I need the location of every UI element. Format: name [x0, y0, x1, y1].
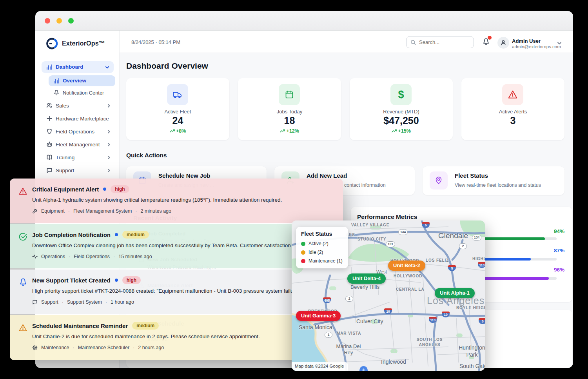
stat-value: 24 [126, 115, 229, 126]
stat-label: Active Fleet [126, 109, 229, 115]
map-unit-marker[interactable]: Unit Delta-4 [347, 273, 386, 284]
stat-trend: +8% [126, 128, 229, 134]
notification-card-critical[interactable]: Critical Equipment Alert high Unit Alpha… [10, 179, 343, 223]
notification-desc: Unit Alpha-1 hydraulic system showing cr… [32, 197, 338, 203]
sidebar-item-label: Notification Center [63, 90, 104, 96]
unread-dot [115, 279, 118, 282]
notification-title: Critical Equipment Alert [32, 186, 99, 193]
map-place-label: Marina Del Rey [336, 343, 361, 356]
notification-meta: Maintenance· Maintenance Scheduler· 2 ho… [32, 345, 164, 350]
map-place-label: VALLEY VILLAGE [351, 223, 389, 227]
quick-action-desc: View real-time fleet locations and statu… [455, 182, 541, 188]
unread-dot [115, 233, 118, 236]
interstate-shield: 10 [384, 308, 392, 314]
calendar-icon [279, 84, 300, 105]
stat-value: $47,250 [350, 115, 453, 126]
bar-chart-icon [46, 64, 53, 70]
legend-item: Maintenance (1) [301, 258, 343, 264]
legend-item: Active (2) [301, 241, 328, 246]
map-unit-marker[interactable]: Unit Beta-2 [388, 261, 425, 271]
chevron-down-icon[interactable] [557, 41, 562, 46]
avatar[interactable] [497, 37, 509, 49]
notification-title: New Support Ticket Created [32, 277, 111, 284]
sidebar-item-hardware-marketplace[interactable]: Hardware Marketplace [42, 113, 114, 124]
sidebar-item-notification-center[interactable]: Notification Center [49, 88, 115, 98]
users-icon [46, 102, 53, 109]
sidebar-item-label: Hardware Marketplace [56, 116, 109, 122]
chevron-right-icon [107, 142, 111, 147]
minimize-button[interactable] [56, 18, 62, 24]
sidebar-item-label: Training [56, 155, 74, 160]
performance-heading: Performance Metrics [357, 213, 417, 220]
stat-card-active-fleet: Active Fleet 24 +8% [126, 78, 229, 140]
map-place-label: HOLLYWOOD [394, 274, 422, 278]
sidebar-item-label: Field Operations [56, 129, 94, 135]
sidebar-item-label: Support [56, 168, 74, 173]
map-pin-icon [430, 171, 448, 190]
unread-dot [103, 188, 106, 191]
stat-label: Active Alerts [461, 109, 564, 115]
trend-up-icon [170, 129, 175, 133]
route-shield: 134 [472, 235, 481, 241]
map-place-label: Huntington Park [454, 344, 485, 358]
sidebar-item-support[interactable]: Support [42, 165, 114, 176]
trend-up-icon [280, 129, 285, 133]
chevron-right-icon [107, 129, 111, 134]
priority-badge: medium [132, 322, 159, 330]
robot-icon [46, 141, 53, 148]
chevron-right-icon [107, 155, 111, 160]
route-shield: 1 [325, 332, 332, 338]
exteriorops-logo-icon [46, 38, 58, 49]
metric-value: 87% [554, 248, 564, 253]
search-input-wrapper[interactable] [406, 36, 474, 48]
active-dot [301, 242, 305, 246]
person-icon [500, 40, 506, 46]
warning-triangle-icon [502, 84, 523, 105]
sidebar-item-overview[interactable]: Overview [49, 75, 115, 86]
notifications-bell-button[interactable] [482, 38, 490, 47]
map-place-label: Inglewood [381, 359, 406, 365]
search-input[interactable] [419, 39, 466, 45]
sidebar-item-training[interactable]: Training [42, 152, 114, 163]
maintenance-dot [301, 259, 305, 263]
warning-triangle-icon [18, 187, 27, 196]
sidebar-item-fleet-management[interactable]: Fleet Management [42, 139, 114, 150]
map-place-label: CENTRAL LA [396, 287, 425, 292]
stat-trend: +12% [238, 128, 341, 134]
sidebar-item-label: Dashboard [56, 64, 83, 70]
quick-actions-heading: Quick Actions [126, 152, 167, 159]
plus-icon [46, 115, 53, 122]
wrench-icon [32, 208, 38, 214]
bell-icon [19, 278, 27, 286]
route-shield: 2 [345, 296, 353, 302]
map-unit-marker[interactable]: Unit Alpha-1 [435, 288, 475, 298]
map-place-label: LOS FELIZ [426, 258, 449, 262]
map-unit-marker[interactable]: Unit Gamma-3 [296, 311, 341, 321]
stat-card-active-alerts: Active Alerts 3 [461, 78, 564, 140]
shield-icon [46, 128, 53, 135]
chat-icon [46, 167, 53, 173]
screenshot-canvas: ExteriorOps™ Dashboard Overview [0, 0, 588, 379]
sidebar-item-dashboard[interactable]: Dashboard [42, 61, 114, 73]
interstate-shield: 5 [422, 222, 430, 228]
quick-action-fleet-status[interactable]: Fleet Status View real-time fleet locati… [423, 166, 564, 195]
search-icon [410, 40, 416, 45]
close-button[interactable] [45, 18, 50, 24]
sidebar-item-field-operations[interactable]: Field Operations [42, 126, 114, 137]
window-titlebar[interactable] [35, 11, 573, 31]
route-shield: 134 [398, 229, 408, 235]
stat-label: Revenue (MTD) [350, 109, 453, 115]
user-name[interactable]: Admin User [512, 38, 541, 44]
priority-badge: high [111, 185, 129, 193]
stat-value: 18 [238, 115, 341, 126]
map-place-label: Beverly Hills [350, 284, 379, 290]
sidebar-item-sales[interactable]: Sales [42, 100, 114, 111]
chevron-down-icon[interactable] [105, 65, 109, 69]
dollar-icon: $ [390, 84, 412, 105]
zoom-button[interactable] [68, 18, 74, 24]
quick-action-title: Fleet Status [455, 172, 488, 179]
sidebar-item-label: Sales [56, 103, 69, 109]
stat-label: Jobs Today [238, 109, 341, 115]
truck-icon [167, 84, 188, 105]
fleet-map[interactable]: VALLEY VILLAGE STUDIO CITY Glendale LOS … [292, 220, 485, 371]
